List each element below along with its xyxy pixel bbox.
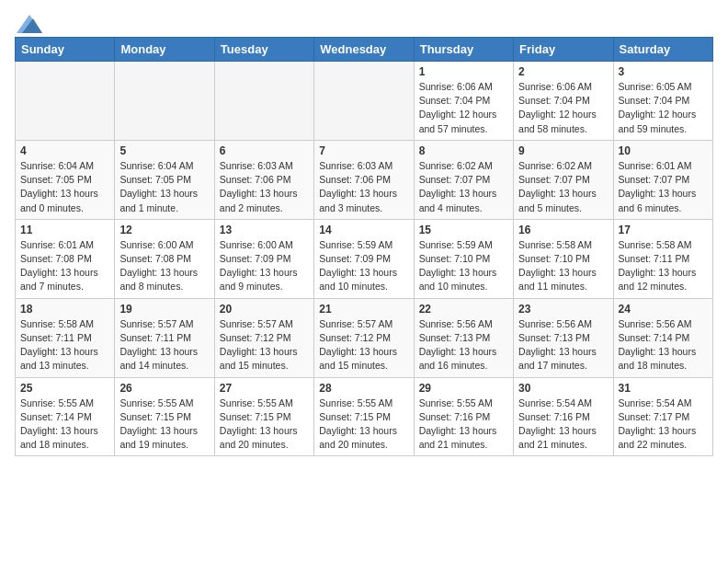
- sunrise-text: Sunrise: 6:01 AM: [20, 239, 94, 250]
- calendar-cell: 8 Sunrise: 6:02 AM Sunset: 7:07 PM Dayli…: [414, 140, 513, 219]
- sunrise-text: Sunrise: 6:04 AM: [20, 160, 94, 171]
- sunrise-text: Sunrise: 6:04 AM: [119, 160, 193, 171]
- sunset-text: Sunset: 7:16 PM: [419, 411, 491, 422]
- day-number: 16: [518, 224, 608, 236]
- sunset-text: Sunset: 7:13 PM: [419, 332, 491, 343]
- daylight-text: Daylight: 13 hours and 6 minutes.: [619, 188, 697, 213]
- sunset-text: Sunset: 7:11 PM: [119, 332, 191, 343]
- day-info: Sunrise: 6:00 AM Sunset: 7:08 PM Dayligh…: [119, 238, 209, 294]
- logo-icon: [17, 15, 42, 33]
- sunrise-text: Sunrise: 6:02 AM: [518, 160, 592, 171]
- day-info: Sunrise: 5:56 AM Sunset: 7:13 PM Dayligh…: [419, 317, 508, 373]
- sunrise-text: Sunrise: 5:57 AM: [220, 318, 293, 329]
- sunset-text: Sunset: 7:17 PM: [619, 411, 690, 422]
- sunrise-text: Sunrise: 5:57 AM: [319, 318, 392, 329]
- day-info: Sunrise: 5:55 AM Sunset: 7:14 PM Dayligh…: [20, 396, 109, 453]
- calendar-cell: 18 Sunrise: 5:58 AM Sunset: 7:11 PM Dayl…: [16, 298, 115, 377]
- calendar-table: SundayMondayTuesdayWednesdayThursdayFrid…: [15, 37, 713, 456]
- daylight-text: Daylight: 13 hours and 18 minutes.: [619, 346, 697, 371]
- sunset-text: Sunset: 7:07 PM: [619, 174, 690, 185]
- day-number: 11: [20, 224, 109, 236]
- sunrise-text: Sunrise: 6:01 AM: [619, 160, 692, 171]
- day-number: 14: [319, 224, 408, 236]
- day-info: Sunrise: 5:55 AM Sunset: 7:15 PM Dayligh…: [220, 396, 309, 453]
- day-number: 30: [518, 382, 608, 395]
- day-info: Sunrise: 6:02 AM Sunset: 7:07 PM Dayligh…: [518, 159, 608, 215]
- day-number: 27: [220, 382, 309, 395]
- calendar-week-row: 18 Sunrise: 5:58 AM Sunset: 7:11 PM Dayl…: [16, 298, 713, 377]
- sunrise-text: Sunrise: 6:00 AM: [119, 239, 193, 250]
- sunset-text: Sunset: 7:10 PM: [518, 253, 590, 264]
- day-info: Sunrise: 6:00 AM Sunset: 7:09 PM Dayligh…: [220, 238, 309, 294]
- calendar-cell: 5 Sunrise: 6:04 AM Sunset: 7:05 PM Dayli…: [115, 140, 214, 219]
- calendar-cell: 20 Sunrise: 5:57 AM Sunset: 7:12 PM Dayl…: [214, 298, 313, 377]
- weekday-header-saturday: Saturday: [613, 38, 712, 62]
- daylight-text: Daylight: 13 hours and 19 minutes.: [119, 425, 198, 450]
- calendar-cell: 3 Sunrise: 6:05 AM Sunset: 7:04 PM Dayli…: [613, 62, 712, 141]
- daylight-text: Daylight: 12 hours and 57 minutes.: [419, 109, 497, 133]
- day-number: 13: [220, 224, 309, 236]
- sunrise-text: Sunrise: 5:55 AM: [319, 397, 392, 408]
- daylight-text: Daylight: 13 hours and 7 minutes.: [20, 267, 98, 292]
- daylight-text: Daylight: 13 hours and 17 minutes.: [518, 346, 597, 371]
- day-info: Sunrise: 6:04 AM Sunset: 7:05 PM Dayligh…: [119, 159, 209, 215]
- sunset-text: Sunset: 7:06 PM: [220, 174, 291, 185]
- day-info: Sunrise: 6:04 AM Sunset: 7:05 PM Dayligh…: [20, 159, 109, 215]
- day-number: 31: [619, 382, 708, 395]
- sunrise-text: Sunrise: 6:02 AM: [419, 160, 493, 171]
- weekday-header-tuesday: Tuesday: [214, 38, 313, 62]
- day-number: 1: [419, 65, 508, 78]
- calendar-cell: 17 Sunrise: 5:58 AM Sunset: 7:11 PM Dayl…: [613, 219, 712, 298]
- calendar-cell: 12 Sunrise: 6:00 AM Sunset: 7:08 PM Dayl…: [115, 219, 214, 298]
- calendar-cell: 2 Sunrise: 6:06 AM Sunset: 7:04 PM Dayli…: [514, 62, 613, 141]
- daylight-text: Daylight: 13 hours and 9 minutes.: [220, 267, 298, 292]
- logo: [15, 15, 42, 29]
- daylight-text: Daylight: 12 hours and 59 minutes.: [619, 109, 697, 133]
- daylight-text: Daylight: 13 hours and 13 minutes.: [20, 346, 98, 371]
- daylight-text: Daylight: 13 hours and 2 minutes.: [220, 188, 298, 213]
- weekday-header-thursday: Thursday: [414, 38, 513, 62]
- day-number: 7: [319, 144, 408, 157]
- sunset-text: Sunset: 7:09 PM: [220, 253, 291, 264]
- sunrise-text: Sunrise: 5:55 AM: [20, 397, 94, 408]
- calendar-cell: [214, 62, 313, 141]
- daylight-text: Daylight: 13 hours and 20 minutes.: [220, 425, 298, 450]
- day-number: 3: [619, 65, 708, 78]
- day-number: 24: [619, 303, 708, 316]
- sunrise-text: Sunrise: 5:54 AM: [518, 397, 592, 408]
- sunrise-text: Sunrise: 6:00 AM: [220, 239, 293, 250]
- day-number: 22: [419, 303, 508, 316]
- daylight-text: Daylight: 13 hours and 5 minutes.: [518, 188, 597, 213]
- sunset-text: Sunset: 7:07 PM: [518, 174, 590, 185]
- day-info: Sunrise: 6:01 AM Sunset: 7:08 PM Dayligh…: [20, 238, 109, 294]
- calendar-cell: 6 Sunrise: 6:03 AM Sunset: 7:06 PM Dayli…: [214, 140, 313, 219]
- calendar-cell: 26 Sunrise: 5:55 AM Sunset: 7:15 PM Dayl…: [115, 377, 214, 456]
- day-info: Sunrise: 6:03 AM Sunset: 7:06 PM Dayligh…: [319, 159, 408, 215]
- sunset-text: Sunset: 7:08 PM: [119, 253, 191, 264]
- daylight-text: Daylight: 13 hours and 10 minutes.: [419, 267, 497, 292]
- day-number: 6: [220, 144, 309, 157]
- daylight-text: Daylight: 13 hours and 14 minutes.: [119, 346, 198, 371]
- weekday-header-sunday: Sunday: [16, 38, 115, 62]
- calendar-cell: 19 Sunrise: 5:57 AM Sunset: 7:11 PM Dayl…: [115, 298, 214, 377]
- sunrise-text: Sunrise: 5:58 AM: [20, 318, 94, 329]
- calendar-cell: 9 Sunrise: 6:02 AM Sunset: 7:07 PM Dayli…: [514, 140, 613, 219]
- calendar-cell: 15 Sunrise: 5:59 AM Sunset: 7:10 PM Dayl…: [414, 219, 513, 298]
- day-info: Sunrise: 5:55 AM Sunset: 7:15 PM Dayligh…: [119, 396, 209, 453]
- day-info: Sunrise: 5:57 AM Sunset: 7:11 PM Dayligh…: [119, 317, 209, 373]
- sunrise-text: Sunrise: 6:03 AM: [319, 160, 392, 171]
- sunrise-text: Sunrise: 5:59 AM: [419, 239, 493, 250]
- sunset-text: Sunset: 7:15 PM: [319, 411, 391, 422]
- daylight-text: Daylight: 13 hours and 22 minutes.: [619, 425, 697, 450]
- day-number: 2: [518, 65, 608, 78]
- day-number: 26: [119, 382, 209, 395]
- day-info: Sunrise: 5:57 AM Sunset: 7:12 PM Dayligh…: [220, 317, 309, 373]
- day-info: Sunrise: 6:01 AM Sunset: 7:07 PM Dayligh…: [619, 159, 708, 215]
- daylight-text: Daylight: 13 hours and 20 minutes.: [319, 425, 397, 450]
- daylight-text: Daylight: 13 hours and 1 minute.: [119, 188, 198, 213]
- calendar-cell: 10 Sunrise: 6:01 AM Sunset: 7:07 PM Dayl…: [613, 140, 712, 219]
- calendar-cell: 23 Sunrise: 5:56 AM Sunset: 7:13 PM Dayl…: [514, 298, 613, 377]
- sunrise-text: Sunrise: 5:58 AM: [518, 239, 592, 250]
- sunrise-text: Sunrise: 5:59 AM: [319, 239, 392, 250]
- sunrise-text: Sunrise: 5:54 AM: [619, 397, 692, 408]
